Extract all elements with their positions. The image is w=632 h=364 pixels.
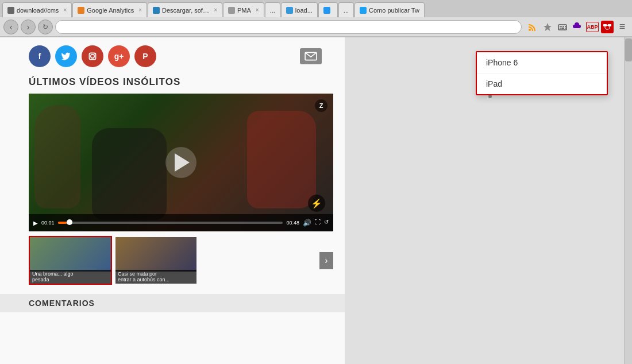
thumbnail-item-1[interactable]: Casi se mata por entrar a autobús con... <box>114 236 198 285</box>
svg-rect-10 <box>603 24 607 26</box>
tab-close-icon[interactable]: × <box>138 7 142 13</box>
thumbnails-next-button[interactable]: › <box>319 252 333 269</box>
twitter-icon[interactable] <box>55 45 77 67</box>
googleplus-icon[interactable]: g+ <box>108 45 130 67</box>
keyboard-icon[interactable] <box>556 21 569 33</box>
social-icons-row: f g+ P <box>0 37 345 73</box>
tab-label: Google Analytics <box>87 7 134 14</box>
comments-section-title: COMENTARIOS <box>0 294 345 312</box>
star-icon[interactable] <box>541 21 554 33</box>
page-content: f g+ P ÚLTIMOS VÍDEOS INSÓLITOS <box>0 37 345 364</box>
progress-fill <box>58 222 67 224</box>
scrollbar[interactable] <box>624 37 632 364</box>
tab-google-analytics[interactable]: Google Analytics × <box>72 2 147 17</box>
scrollbar-thumb[interactable] <box>625 38 632 61</box>
settings-video-icon[interactable]: ↺ <box>324 219 329 227</box>
figure-center <box>92 128 167 220</box>
device-dropdown-menu: iPhone 6 iPad <box>476 51 608 95</box>
tab-favicon <box>228 7 235 14</box>
current-time: 00:01 <box>41 220 55 226</box>
video-controls: ▶ 00:01 00:48 🔊 ⛶ ↺ <box>29 214 333 231</box>
tab-favicon <box>360 7 367 14</box>
tab-label: ... <box>270 7 275 14</box>
lightning-badge: ⚡ <box>308 195 325 212</box>
dropdown-item-iphone6[interactable]: iPhone 6 <box>477 52 607 73</box>
volume-icon[interactable]: 🔊 <box>303 219 311 227</box>
pinterest-icon[interactable]: P <box>134 45 156 67</box>
tab-dots1[interactable]: ... <box>265 2 280 17</box>
svg-point-0 <box>529 29 531 31</box>
dropdown-item-ipad[interactable]: iPad <box>477 73 607 94</box>
address-bar[interactable] <box>55 20 522 34</box>
tab-favicon <box>7 7 14 14</box>
svg-point-15 <box>94 53 95 55</box>
tab-favicon <box>286 7 293 14</box>
thumb-image-1 <box>115 237 196 272</box>
browser-chrome: download//cms × Google Analytics × Desca… <box>0 0 632 37</box>
tab-label: Como publicar Tw <box>369 7 419 14</box>
video-watermark-z: Z <box>315 99 327 112</box>
tab-close-icon[interactable]: × <box>214 7 217 13</box>
svg-rect-2 <box>558 25 567 30</box>
tab-label: ... <box>344 7 349 14</box>
main-area: f g+ P ÚLTIMOS VÍDEOS INSÓLITOS <box>0 37 632 364</box>
facebook-icon[interactable]: f <box>29 45 51 67</box>
thumb-image-0 <box>30 237 111 272</box>
tab-close-icon[interactable]: × <box>256 7 259 13</box>
svg-point-13 <box>91 55 94 58</box>
tab-download[interactable]: download//cms × <box>2 2 72 17</box>
thumb-caption-0: Una broma... algo pesada <box>30 270 111 284</box>
video-play-button[interactable]: ▶ <box>33 220 38 226</box>
tab-label: load... <box>295 7 313 14</box>
tab-blue[interactable] <box>318 2 338 17</box>
tab-dots2[interactable]: ... <box>338 2 354 17</box>
thumbnails-row: Una broma... algo pesada Casi se mata po… <box>29 236 333 285</box>
tab-favicon <box>153 7 160 14</box>
tab-favicon <box>78 7 84 14</box>
instagram-icon[interactable] <box>82 45 103 67</box>
rss-icon[interactable] <box>526 21 539 33</box>
browser-toolbar: ‹ › ↻ <box>0 17 632 37</box>
thumbnail-item-0[interactable]: Una broma... algo pesada <box>29 236 112 285</box>
video-ctrl-icons: 🔊 ⛶ ↺ <box>303 219 329 227</box>
thumb-caption-1: Casi se mata por entrar a autobús con... <box>115 270 196 284</box>
responsive-design-icon[interactable] <box>601 21 614 33</box>
section-title: ÚLTIMOS VÍDEOS INSÓLITOS <box>0 73 345 94</box>
email-icon[interactable] <box>300 48 322 64</box>
figure-right <box>247 111 316 208</box>
play-triangle-icon <box>175 153 190 172</box>
tab-como-publicar[interactable]: Como publicar Tw <box>354 2 425 17</box>
fullscreen-icon[interactable]: ⛶ <box>315 219 321 227</box>
svg-rect-11 <box>608 24 611 26</box>
cloud-icon[interactable] <box>571 21 584 33</box>
total-time: 00:48 <box>286 220 299 226</box>
tab-close-icon[interactable]: × <box>63 7 67 13</box>
figure-left <box>34 105 80 208</box>
progress-bar[interactable] <box>58 222 283 224</box>
menu-icon[interactable]: ≡ <box>616 21 629 33</box>
back-button[interactable]: ‹ <box>3 20 18 34</box>
play-button[interactable] <box>165 147 196 178</box>
tab-load[interactable]: load... <box>281 2 318 17</box>
tab-favicon <box>323 7 330 14</box>
adblock-icon[interactable]: ABP <box>586 22 599 32</box>
tab-label: PMA <box>237 7 251 14</box>
tab-descargar[interactable]: Descargar, software,... × <box>148 2 222 17</box>
tab-pma[interactable]: PMA × <box>223 2 264 17</box>
reload-button[interactable]: ↻ <box>38 20 53 34</box>
svg-marker-1 <box>544 23 552 31</box>
adblock-label: ABP <box>587 24 598 30</box>
toolbar-icons-group: ABP ≡ <box>526 21 629 33</box>
forward-button[interactable]: › <box>21 20 36 34</box>
progress-thumb <box>67 219 72 225</box>
tab-bar: download//cms × Google Analytics × Desca… <box>0 0 632 17</box>
tab-label: download//cms <box>17 7 59 14</box>
video-player[interactable]: Z ⚡ ▶ 00:01 00:48 🔊 ⛶ ↺ <box>29 94 333 231</box>
tab-label: Descargar, software,... <box>162 7 209 14</box>
